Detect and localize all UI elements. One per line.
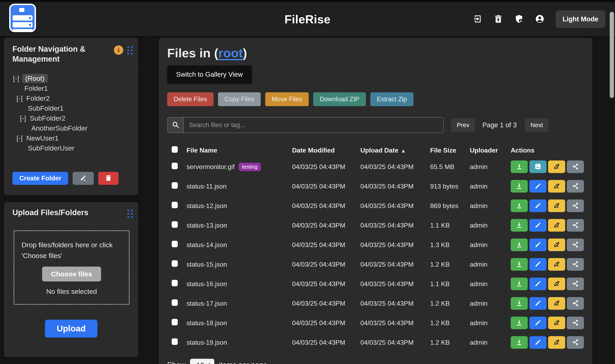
search-icon-button[interactable] xyxy=(167,117,183,133)
folder-name[interactable]: (Root) xyxy=(22,74,48,83)
folder-tree-item[interactable]: [-] (Root) xyxy=(13,73,132,83)
file-name[interactable]: status-14.json xyxy=(186,241,227,249)
folder-tree-item[interactable]: AnotherSubFolder xyxy=(13,123,132,133)
folder-name[interactable]: Folder1 xyxy=(24,84,49,93)
share-file-button[interactable] xyxy=(567,219,584,232)
rename-file-button[interactable] xyxy=(548,160,565,173)
rename-folder-button[interactable] xyxy=(73,172,94,185)
choose-files-button[interactable]: Choose files xyxy=(42,267,101,281)
drag-handle-icon[interactable] xyxy=(127,45,133,54)
account-button[interactable] xyxy=(535,14,545,24)
share-file-button[interactable] xyxy=(567,199,584,212)
file-name[interactable]: servermonitor.gif xyxy=(186,163,235,171)
folder-tree-item[interactable]: [-] NewUser1 xyxy=(13,133,132,143)
row-checkbox[interactable] xyxy=(172,163,178,169)
copy-files-button[interactable]: Copy Files xyxy=(218,92,261,106)
folder-tree-item[interactable]: SubFolder1 xyxy=(13,103,132,113)
empty-trash-button[interactable] xyxy=(493,14,503,24)
row-checkbox[interactable] xyxy=(172,182,178,189)
download-file-button[interactable] xyxy=(511,180,528,193)
folder-name[interactable]: SubFolderUser xyxy=(27,143,75,153)
rename-file-button[interactable] xyxy=(548,219,565,232)
rename-file-button[interactable] xyxy=(548,258,565,271)
share-file-button[interactable] xyxy=(567,336,584,349)
folder-name[interactable]: AnotherSubFolder xyxy=(30,124,88,133)
file-name[interactable]: status-17.json xyxy=(186,300,227,307)
row-checkbox[interactable] xyxy=(172,241,178,247)
share-file-button[interactable] xyxy=(567,160,584,173)
share-file-button[interactable] xyxy=(567,317,584,329)
col-date-modified[interactable]: Date Modified xyxy=(292,147,360,154)
download-file-button[interactable] xyxy=(511,160,528,173)
root-folder-link[interactable]: root xyxy=(218,46,243,60)
row-checkbox[interactable] xyxy=(172,338,178,345)
download-zip-button[interactable]: Download ZIP xyxy=(313,92,366,106)
light-mode-button[interactable]: Light Mode xyxy=(556,10,605,28)
admin-panel-button[interactable] xyxy=(514,14,524,24)
row-second-action[interactable] xyxy=(529,258,547,271)
folder-tree-item[interactable]: SubFolderUser xyxy=(13,143,132,153)
file-name[interactable]: status-18.json xyxy=(186,319,227,327)
row-checkbox[interactable] xyxy=(172,280,178,286)
rename-file-button[interactable] xyxy=(548,297,565,310)
info-icon[interactable]: i xyxy=(114,45,123,55)
folder-name[interactable]: SubFolder2 xyxy=(29,114,66,123)
share-file-button[interactable] xyxy=(567,180,584,193)
file-name[interactable]: status-12.json xyxy=(186,202,227,210)
row-checkbox[interactable] xyxy=(172,299,178,306)
tree-toggle[interactable]: [-] xyxy=(13,74,19,82)
logout-button[interactable] xyxy=(473,14,482,24)
tree-toggle[interactable]: [-] xyxy=(20,114,26,122)
download-file-button[interactable] xyxy=(511,336,528,349)
search-input[interactable] xyxy=(183,117,444,133)
extract-zip-button[interactable]: Extract Zip xyxy=(370,92,413,106)
row-second-action[interactable] xyxy=(529,238,547,251)
rename-file-button[interactable] xyxy=(548,278,565,290)
col-file-name[interactable]: File Name xyxy=(186,147,292,154)
switch-gallery-view-button[interactable]: Switch to Gallery View xyxy=(167,65,252,83)
rename-file-button[interactable] xyxy=(548,199,565,212)
folder-tree-item[interactable]: [-] SubFolder2 xyxy=(13,113,132,123)
row-checkbox[interactable] xyxy=(172,319,178,325)
row-second-action[interactable] xyxy=(529,317,547,329)
row-second-action[interactable] xyxy=(529,297,547,310)
download-file-button[interactable] xyxy=(511,219,528,232)
row-second-action[interactable] xyxy=(529,199,547,212)
next-page-button[interactable]: Next xyxy=(525,118,549,132)
col-upload-date[interactable]: Upload Date▲ xyxy=(360,147,430,154)
move-files-button[interactable]: Move Files xyxy=(265,92,309,106)
share-file-button[interactable] xyxy=(567,258,584,271)
row-second-action[interactable] xyxy=(529,278,547,290)
delete-files-button[interactable]: Delete Files xyxy=(167,92,213,106)
drag-handle-icon[interactable] xyxy=(127,209,133,218)
folder-tree-item[interactable]: Folder1 xyxy=(13,83,132,93)
items-per-page-select[interactable]: 10 ▲▼ xyxy=(190,359,214,364)
filerise-logo[interactable] xyxy=(9,4,36,32)
row-second-action[interactable] xyxy=(529,336,547,349)
file-name[interactable]: status-11.json xyxy=(186,182,227,190)
download-file-button[interactable] xyxy=(511,278,528,290)
folder-name[interactable]: NewUser1 xyxy=(26,134,59,143)
page-scrollbar-thumb[interactable] xyxy=(610,12,614,98)
share-file-button[interactable] xyxy=(567,297,584,310)
create-folder-button[interactable]: Create Folder xyxy=(13,172,68,185)
download-file-button[interactable] xyxy=(511,258,528,271)
rename-file-button[interactable] xyxy=(548,336,565,349)
file-name[interactable]: status-16.json xyxy=(186,280,227,288)
row-second-action[interactable] xyxy=(529,160,547,173)
tree-toggle[interactable]: [-] xyxy=(16,134,23,142)
col-uploader[interactable]: Uploader xyxy=(470,147,511,154)
file-name[interactable]: status-19.json xyxy=(186,339,227,346)
share-file-button[interactable] xyxy=(567,238,584,251)
file-name[interactable]: status-15.json xyxy=(186,261,227,268)
folder-tree-item[interactable]: [-] Folder2 xyxy=(13,93,132,103)
col-file-size[interactable]: File Size xyxy=(430,147,470,154)
download-file-button[interactable] xyxy=(511,317,528,329)
upload-dropzone[interactable]: Drop files/folders here or click 'Choose… xyxy=(14,230,130,305)
tree-toggle[interactable]: [-] xyxy=(16,94,23,102)
rename-file-button[interactable] xyxy=(548,180,565,193)
row-checkbox[interactable] xyxy=(172,202,178,208)
prev-page-button[interactable]: Prev xyxy=(451,118,475,132)
download-file-button[interactable] xyxy=(511,297,528,310)
select-all-checkbox[interactable] xyxy=(172,146,178,153)
